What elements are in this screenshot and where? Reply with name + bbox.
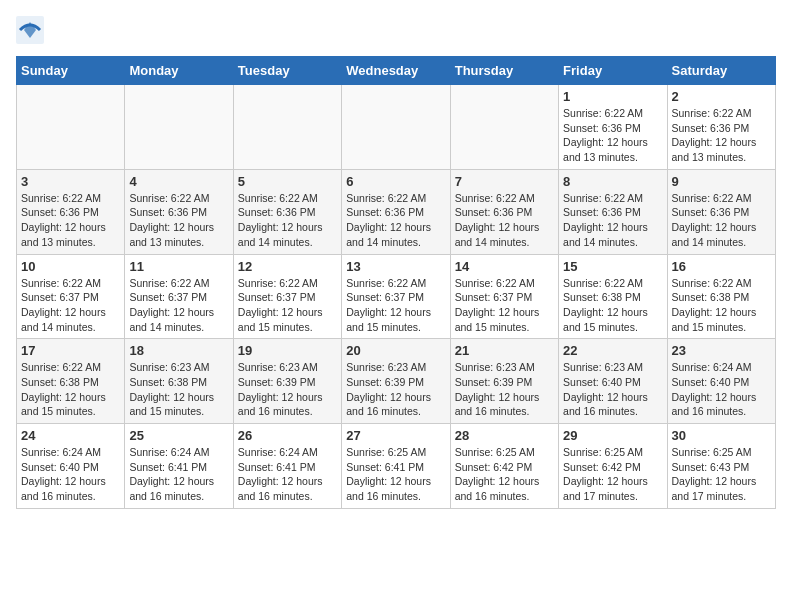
day-number: 29 [563,428,662,443]
calendar-cell: 6Sunrise: 6:22 AMSunset: 6:36 PMDaylight… [342,169,450,254]
day-number: 28 [455,428,554,443]
calendar-cell: 19Sunrise: 6:23 AMSunset: 6:39 PMDayligh… [233,339,341,424]
day-number: 16 [672,259,771,274]
day-number: 7 [455,174,554,189]
day-number: 21 [455,343,554,358]
day-info: Sunrise: 6:22 AMSunset: 6:37 PMDaylight:… [455,276,554,335]
day-info: Sunrise: 6:22 AMSunset: 6:36 PMDaylight:… [563,106,662,165]
weekday-header-cell: Sunday [17,57,125,85]
calendar-cell: 24Sunrise: 6:24 AMSunset: 6:40 PMDayligh… [17,424,125,509]
day-number: 24 [21,428,120,443]
day-number: 20 [346,343,445,358]
calendar-cell: 27Sunrise: 6:25 AMSunset: 6:41 PMDayligh… [342,424,450,509]
calendar-cell [125,85,233,170]
calendar-cell: 4Sunrise: 6:22 AMSunset: 6:36 PMDaylight… [125,169,233,254]
day-info: Sunrise: 6:22 AMSunset: 6:36 PMDaylight:… [672,191,771,250]
weekday-header-cell: Wednesday [342,57,450,85]
day-info: Sunrise: 6:22 AMSunset: 6:37 PMDaylight:… [238,276,337,335]
calendar-week-row: 24Sunrise: 6:24 AMSunset: 6:40 PMDayligh… [17,424,776,509]
calendar-body: 1Sunrise: 6:22 AMSunset: 6:36 PMDaylight… [17,85,776,509]
day-info: Sunrise: 6:22 AMSunset: 6:36 PMDaylight:… [21,191,120,250]
day-number: 10 [21,259,120,274]
day-info: Sunrise: 6:22 AMSunset: 6:38 PMDaylight:… [672,276,771,335]
weekday-header-cell: Saturday [667,57,775,85]
day-info: Sunrise: 6:22 AMSunset: 6:38 PMDaylight:… [21,360,120,419]
day-info: Sunrise: 6:23 AMSunset: 6:39 PMDaylight:… [455,360,554,419]
calendar-cell: 29Sunrise: 6:25 AMSunset: 6:42 PMDayligh… [559,424,667,509]
day-info: Sunrise: 6:23 AMSunset: 6:40 PMDaylight:… [563,360,662,419]
calendar-cell: 22Sunrise: 6:23 AMSunset: 6:40 PMDayligh… [559,339,667,424]
calendar-table: SundayMondayTuesdayWednesdayThursdayFrid… [16,56,776,509]
weekday-header-cell: Thursday [450,57,558,85]
day-number: 11 [129,259,228,274]
calendar-cell: 21Sunrise: 6:23 AMSunset: 6:39 PMDayligh… [450,339,558,424]
day-info: Sunrise: 6:22 AMSunset: 6:38 PMDaylight:… [563,276,662,335]
calendar-week-row: 1Sunrise: 6:22 AMSunset: 6:36 PMDaylight… [17,85,776,170]
day-number: 25 [129,428,228,443]
day-number: 8 [563,174,662,189]
calendar-cell: 12Sunrise: 6:22 AMSunset: 6:37 PMDayligh… [233,254,341,339]
day-info: Sunrise: 6:23 AMSunset: 6:39 PMDaylight:… [238,360,337,419]
calendar-cell: 8Sunrise: 6:22 AMSunset: 6:36 PMDaylight… [559,169,667,254]
calendar-cell: 3Sunrise: 6:22 AMSunset: 6:36 PMDaylight… [17,169,125,254]
day-number: 13 [346,259,445,274]
day-info: Sunrise: 6:25 AMSunset: 6:43 PMDaylight:… [672,445,771,504]
page-header [16,16,776,44]
calendar-cell: 11Sunrise: 6:22 AMSunset: 6:37 PMDayligh… [125,254,233,339]
day-info: Sunrise: 6:24 AMSunset: 6:41 PMDaylight:… [238,445,337,504]
day-number: 19 [238,343,337,358]
day-number: 14 [455,259,554,274]
day-info: Sunrise: 6:23 AMSunset: 6:39 PMDaylight:… [346,360,445,419]
day-info: Sunrise: 6:22 AMSunset: 6:36 PMDaylight:… [129,191,228,250]
day-number: 2 [672,89,771,104]
day-number: 27 [346,428,445,443]
calendar-cell: 1Sunrise: 6:22 AMSunset: 6:36 PMDaylight… [559,85,667,170]
day-number: 23 [672,343,771,358]
calendar-cell: 15Sunrise: 6:22 AMSunset: 6:38 PMDayligh… [559,254,667,339]
day-number: 6 [346,174,445,189]
weekday-header-cell: Tuesday [233,57,341,85]
day-number: 15 [563,259,662,274]
calendar-cell: 30Sunrise: 6:25 AMSunset: 6:43 PMDayligh… [667,424,775,509]
day-number: 30 [672,428,771,443]
day-info: Sunrise: 6:22 AMSunset: 6:37 PMDaylight:… [129,276,228,335]
day-number: 9 [672,174,771,189]
day-number: 12 [238,259,337,274]
day-info: Sunrise: 6:24 AMSunset: 6:41 PMDaylight:… [129,445,228,504]
weekday-header-cell: Friday [559,57,667,85]
day-info: Sunrise: 6:22 AMSunset: 6:37 PMDaylight:… [346,276,445,335]
day-info: Sunrise: 6:22 AMSunset: 6:37 PMDaylight:… [21,276,120,335]
calendar-cell: 13Sunrise: 6:22 AMSunset: 6:37 PMDayligh… [342,254,450,339]
day-info: Sunrise: 6:22 AMSunset: 6:36 PMDaylight:… [672,106,771,165]
calendar-cell: 28Sunrise: 6:25 AMSunset: 6:42 PMDayligh… [450,424,558,509]
day-info: Sunrise: 6:22 AMSunset: 6:36 PMDaylight:… [238,191,337,250]
day-info: Sunrise: 6:24 AMSunset: 6:40 PMDaylight:… [21,445,120,504]
calendar-week-row: 17Sunrise: 6:22 AMSunset: 6:38 PMDayligh… [17,339,776,424]
day-number: 5 [238,174,337,189]
calendar-week-row: 10Sunrise: 6:22 AMSunset: 6:37 PMDayligh… [17,254,776,339]
calendar-cell: 26Sunrise: 6:24 AMSunset: 6:41 PMDayligh… [233,424,341,509]
day-number: 17 [21,343,120,358]
calendar-cell: 16Sunrise: 6:22 AMSunset: 6:38 PMDayligh… [667,254,775,339]
weekday-header-row: SundayMondayTuesdayWednesdayThursdayFrid… [17,57,776,85]
day-number: 18 [129,343,228,358]
day-info: Sunrise: 6:22 AMSunset: 6:36 PMDaylight:… [563,191,662,250]
day-number: 1 [563,89,662,104]
calendar-cell: 17Sunrise: 6:22 AMSunset: 6:38 PMDayligh… [17,339,125,424]
day-info: Sunrise: 6:25 AMSunset: 6:42 PMDaylight:… [455,445,554,504]
calendar-cell: 2Sunrise: 6:22 AMSunset: 6:36 PMDaylight… [667,85,775,170]
day-info: Sunrise: 6:23 AMSunset: 6:38 PMDaylight:… [129,360,228,419]
weekday-header-cell: Monday [125,57,233,85]
calendar-cell [450,85,558,170]
calendar-cell: 20Sunrise: 6:23 AMSunset: 6:39 PMDayligh… [342,339,450,424]
day-info: Sunrise: 6:24 AMSunset: 6:40 PMDaylight:… [672,360,771,419]
day-number: 22 [563,343,662,358]
calendar-cell [342,85,450,170]
day-info: Sunrise: 6:25 AMSunset: 6:42 PMDaylight:… [563,445,662,504]
logo [16,16,48,44]
day-info: Sunrise: 6:22 AMSunset: 6:36 PMDaylight:… [346,191,445,250]
day-number: 4 [129,174,228,189]
calendar-cell [233,85,341,170]
logo-icon [16,16,44,44]
calendar-cell [17,85,125,170]
